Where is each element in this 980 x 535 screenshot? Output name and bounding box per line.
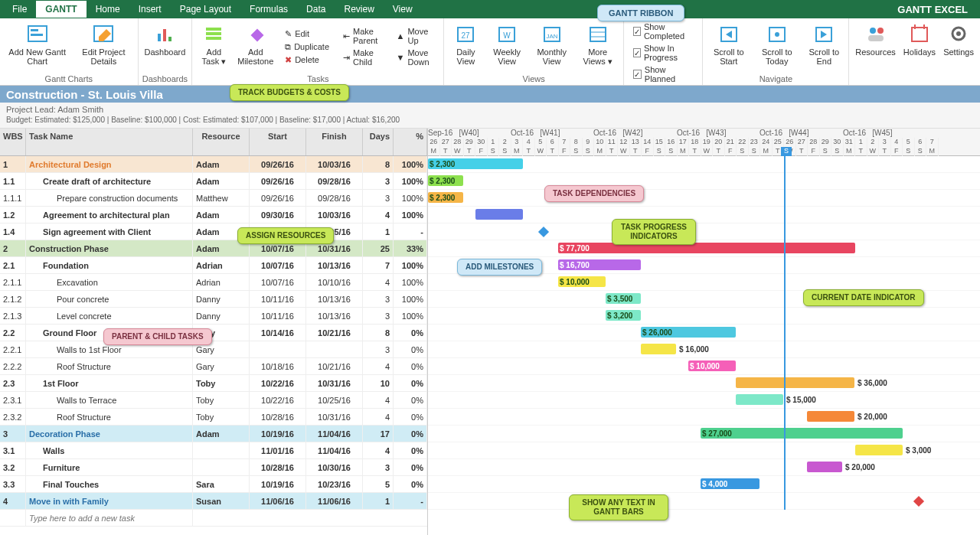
add-task-button[interactable]: Add Task ▾	[195, 20, 232, 73]
add-milestone-button[interactable]: Add Milestone	[234, 20, 277, 73]
weekly-view-button[interactable]: WWeekly View	[485, 20, 528, 73]
col-wbs[interactable]: WBS	[0, 129, 26, 155]
task-row[interactable]: 2.31st FloorToby10/22/1610/31/16100%	[0, 375, 427, 392]
chart-row: $ 77,700	[428, 240, 980, 257]
callout-current: CURRENT DATE INDICATOR	[803, 289, 924, 306]
gantt-bar[interactable]: $ 3,000	[855, 445, 903, 455]
task-row[interactable]: 2.1.1ExcavationAdrian10/07/1610/10/16410…	[0, 274, 427, 291]
down-icon: ▼	[397, 53, 405, 62]
gantt-bar[interactable]: $ 16,000	[641, 344, 676, 354]
col-days[interactable]: Days	[363, 129, 394, 155]
duplicate-task-item[interactable]: ⧉Duplicate	[283, 41, 331, 53]
gantt-bar[interactable]: $ 10,000	[688, 360, 736, 371]
new-task-input[interactable]	[29, 514, 189, 523]
svg-point-22	[775, 32, 779, 37]
task-row[interactable]: 2.2.2Roof StructureGary10/18/1610/21/164…	[0, 358, 427, 375]
task-row[interactable]: 2.3.1Walls to TerraceToby10/22/1610/25/1…	[0, 392, 427, 409]
daily-view-button[interactable]: 27Daily View	[447, 20, 484, 73]
col-task[interactable]: Task Name	[26, 129, 193, 155]
show-inprogress-check[interactable]: ✓Show In Progress	[632, 43, 695, 63]
gantt-bar[interactable]: $ 26,000	[641, 327, 736, 338]
task-row[interactable]: 1Architectural DesignAdam09/26/1610/03/1…	[0, 156, 427, 173]
task-row[interactable]: 2.1FoundationAdrian10/07/1610/13/167100%	[0, 257, 427, 274]
col-finish[interactable]: Finish	[306, 129, 363, 155]
task-row[interactable]: 2Construction PhaseAdam10/07/1610/31/162…	[0, 240, 427, 257]
gantt-bar[interactable]: $ 3,200	[606, 310, 641, 321]
holidays-button[interactable]: Holidays	[900, 20, 939, 73]
menu-home[interactable]: Home	[87, 1, 129, 18]
scroll-today-button[interactable]: Scroll to Today	[753, 20, 801, 73]
show-planned-check[interactable]: ✓Show Planned	[632, 64, 695, 84]
menu-review[interactable]: Review	[335, 1, 383, 18]
more-views-button[interactable]: More Views ▾	[575, 20, 619, 73]
edit-project-button[interactable]: Edit Project Details	[73, 20, 134, 73]
task-row[interactable]: 3.3Final TouchesSara10/19/1610/23/1650%	[0, 476, 427, 493]
gantt-bar[interactable]: $ 20,000	[807, 411, 854, 422]
move-up-item[interactable]: ▲Move Up	[395, 26, 436, 46]
task-row[interactable]: 3.1Walls11/01/1611/04/1640%	[0, 442, 427, 459]
gantt-bar[interactable]: $ 15,000	[736, 394, 783, 405]
task-table: WBS Task Name Resource Start Finish Days…	[0, 129, 428, 535]
gantt-bar[interactable]: $ 2,300	[428, 175, 463, 186]
gantt-bar[interactable]: $ 36,000	[736, 377, 854, 388]
menu-data[interactable]: Data	[297, 1, 335, 18]
group-navigate: Scroll to Start Scroll to Today Scroll t…	[703, 18, 849, 85]
move-down-item[interactable]: ▼Move Down	[395, 47, 436, 67]
settings-button[interactable]: Settings	[940, 20, 977, 73]
gantt-bar[interactable]: $ 2,300	[428, 192, 463, 203]
task-row[interactable]: 1.4Sign agreement with ClientAdam10/05/1…	[0, 223, 427, 240]
task-row[interactable]: 1.1.1Prepare construction documentsMatth…	[0, 190, 427, 207]
monthly-view-button[interactable]: JANMonthly View	[530, 20, 574, 73]
svg-text:W: W	[503, 31, 511, 40]
task-row[interactable]: 3Decoration PhaseAdam10/19/1611/04/16170…	[0, 426, 427, 442]
task-row[interactable]: 1.1Create draft of architectureAdam09/26…	[0, 173, 427, 190]
svg-rect-6	[168, 37, 172, 41]
gantt-bar[interactable]: $ 10,000	[558, 276, 606, 287]
gantt-bar[interactable]	[475, 209, 523, 220]
task-row[interactable]: 3.2Furniture10/28/1610/30/1630%	[0, 459, 427, 476]
resources-button[interactable]: Resources	[852, 20, 899, 73]
task-row[interactable]: 2.2Ground FloorGary10/14/1610/21/1680%	[0, 325, 427, 341]
menu-file[interactable]: File	[3, 1, 36, 18]
task-row[interactable]: 2.1.2Pour concreteDanny10/11/1610/13/163…	[0, 291, 427, 308]
make-child-item[interactable]: ⇥Make Child	[341, 47, 384, 67]
gantt-bar[interactable]: $ 16,700	[558, 259, 641, 270]
task-row[interactable]: 2.1.3Level concreteDanny10/11/1610/13/16…	[0, 308, 427, 325]
menu-gantt[interactable]: GANTT	[36, 1, 86, 18]
milestone-diamond[interactable]	[538, 227, 549, 237]
scroll-start-button[interactable]: Scroll to Start	[706, 20, 751, 73]
make-parent-item[interactable]: ⇤Make Parent	[341, 26, 384, 46]
col-pct[interactable]: %	[394, 129, 427, 155]
task-row[interactable]: 2.3.2Roof StructureToby10/28/1610/31/164…	[0, 409, 427, 426]
edit-task-item[interactable]: ✎Edit	[283, 28, 331, 40]
menu-page-layout[interactable]: Page Layout	[171, 1, 240, 18]
milestone-diamond[interactable]	[913, 496, 924, 507]
gantt-bar[interactable]: $ 3,500	[606, 293, 641, 304]
col-res[interactable]: Resource	[193, 129, 250, 155]
task-row[interactable]: 2.2.1Walls to 1st FloorGary30%	[0, 341, 427, 358]
chart-row: $ 15,000	[428, 392, 980, 409]
callout-assign-resources: ASSIGN RESOURCES	[237, 227, 334, 244]
menu-formulas[interactable]: Formulas	[240, 1, 297, 18]
gantt-bar[interactable]: $ 27,000	[701, 428, 903, 439]
col-start[interactable]: Start	[250, 129, 306, 155]
task-row[interactable]: 4Move in with FamilySusan11/06/1611/06/1…	[0, 493, 427, 510]
menubar: FileGANTTHomeInsertPage LayoutFormulasDa…	[0, 0, 980, 18]
chart-row: $ 4,000	[428, 476, 980, 493]
add-new-gantt-button[interactable]: Add New Gantt Chart	[3, 20, 71, 73]
gantt-bar[interactable]: $ 77,700	[558, 243, 855, 253]
scroll-end-button[interactable]: Scroll to End	[802, 20, 845, 73]
chart-row: $ 27,000	[428, 426, 980, 442]
gantt-bar[interactable]: $ 2,300	[428, 158, 523, 169]
gantt-bar[interactable]: $ 4,000	[701, 478, 760, 489]
dashboard-button[interactable]: Dashboard	[142, 20, 189, 73]
show-completed-check[interactable]: ✓Show Completed	[632, 21, 695, 41]
task-row[interactable]: 1.2Agreement to architectural planAdam09…	[0, 207, 427, 223]
gantt-bar[interactable]: $ 20,000	[807, 462, 842, 472]
new-task-row[interactable]	[0, 510, 427, 527]
outdent-icon: ⇤	[343, 31, 350, 41]
delete-task-item[interactable]: ✖Delete	[283, 54, 331, 66]
menu-view[interactable]: View	[384, 1, 422, 18]
menu-insert[interactable]: Insert	[129, 1, 171, 18]
callout-deps: TASK DEPENDENCIES	[544, 185, 644, 202]
